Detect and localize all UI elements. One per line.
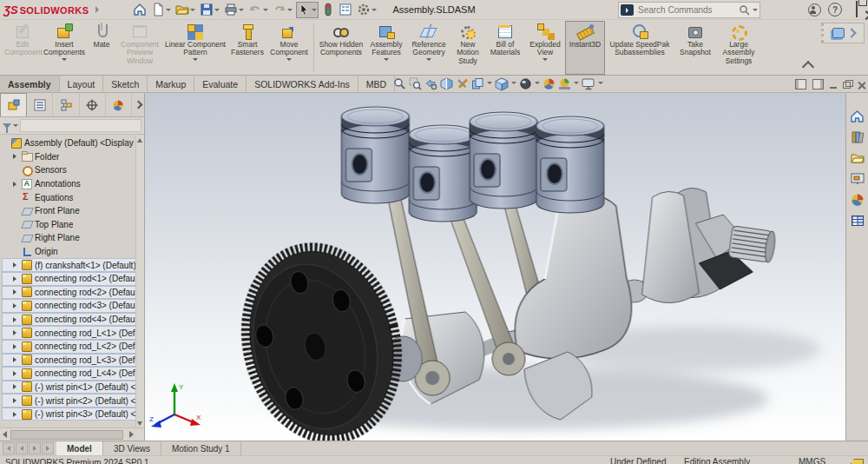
ribbon-tab[interactable]: Assembly [0,76,60,92]
ribbon-button-new-motion-study[interactable]: New Motion Study [450,21,485,75]
search-dropdown[interactable] [753,9,758,14]
search-flyout-icon[interactable] [621,4,634,16]
assembly-features-dropdown[interactable] [384,58,389,63]
tab-featuremanager[interactable] [0,93,27,116]
tree-item[interactable]: Assembly (Default) <Display State- [2,136,137,150]
print-dropdown[interactable] [239,9,244,14]
move-component-dropdown[interactable] [286,58,292,63]
expand-arrow-icon[interactable] [12,302,19,309]
tab-displaymanager[interactable] [106,93,132,116]
ribbon-tab[interactable]: SOLIDWORKS Add-Ins [247,76,358,92]
pane-right-icon[interactable] [812,79,824,89]
help-icon[interactable]: ? [828,3,842,17]
doc-close-button[interactable] [857,81,865,89]
study-tab[interactable]: Model [56,441,103,455]
study-tab[interactable]: 3D Views [103,441,161,455]
zoom-fit-icon[interactable] [393,77,406,90]
tree-item[interactable]: connecting rod<1> (Default) < [2,272,137,286]
options-dropdown[interactable] [372,9,377,14]
piston-2[interactable] [409,125,477,222]
expand-arrow-icon[interactable] [12,194,19,201]
expand-arrow-icon[interactable] [12,370,19,377]
undo-button[interactable] [247,2,269,17]
taskpane-view-palette-button[interactable] [848,169,866,188]
tab-dimxpertmanager[interactable] [80,93,106,116]
file-properties-button[interactable] [338,2,353,17]
tree-item[interactable]: (-) wrist pin<3> (Default) <<D [2,408,137,421]
reference-geometry-dropdown[interactable] [426,58,431,63]
featuremanager-more-tabs[interactable] [132,93,144,116]
doc-minimize-button[interactable] [830,87,837,89]
search-icon[interactable] [739,4,750,16]
annotations-dropdown[interactable] [487,82,492,87]
taskpane-custom-properties-button[interactable] [848,211,866,229]
expand-arrow-icon[interactable] [12,167,19,174]
taskpane-appearances-button[interactable] [848,190,866,209]
ribbon-mini-panel[interactable] [821,23,865,43]
expand-arrow-icon[interactable] [12,275,19,282]
expand-arrow-icon[interactable] [12,249,19,255]
filter-input[interactable] [20,119,141,132]
expand-arrow-icon[interactable] [12,288,19,295]
expand-arrow-icon[interactable] [12,411,19,418]
home-button[interactable] [132,2,148,17]
tree-item[interactable]: (-) wrist pin<2> (Default) <<D [2,394,137,408]
open-button[interactable] [174,2,196,17]
scroll-down-icon[interactable] [137,421,142,426]
tree-item[interactable]: Equations [2,190,137,204]
previous-view-icon[interactable] [424,77,437,90]
tree-item[interactable]: connecting rod_L<1> (Default [2,326,137,340]
open-dropdown[interactable] [190,9,195,14]
tree-item[interactable]: connecting rod<2> (Default) < [2,286,137,300]
linear-component-pattern-dropdown[interactable] [193,58,198,63]
save-dropdown[interactable] [214,9,220,14]
save-button[interactable] [199,2,220,17]
tree-item[interactable]: Folder [2,150,137,164]
measure-icon[interactable] [456,77,469,90]
ribbon-button-mate[interactable]: Mate [87,21,116,75]
options-button[interactable] [356,2,378,17]
tree-item[interactable]: (-) wrist pin<1> (Default) <<D [2,381,137,394]
scrollbar-thumb[interactable] [10,430,123,440]
search-commands-box[interactable] [618,2,760,18]
expand-arrow-icon[interactable] [12,383,19,390]
expand-arrow-icon[interactable] [12,316,19,323]
tree-item[interactable]: connecting rod_L<4> (Default [2,367,137,381]
rebuild-button[interactable] [321,2,335,17]
section-view-icon[interactable] [440,77,453,90]
tree-item[interactable]: connecting rod_L<2> (Default [2,340,137,354]
expand-arrow-icon[interactable] [12,343,19,350]
first-study-button[interactable] [3,442,15,454]
view-orientation-dropdown[interactable] [511,82,516,87]
select-tool-button[interactable] [296,2,319,18]
tree-vertical-scrollbar[interactable] [135,136,144,428]
graphics-viewport[interactable]: Y X Z [145,93,845,441]
print-button[interactable] [223,2,245,17]
expand-arrow-icon[interactable] [12,153,19,160]
ribbon-button-smart-fasteners[interactable]: Smart Fasteners [227,21,267,75]
ribbon-tab[interactable]: MBD [358,76,395,92]
ribbon-button-update-speedpak-subassemblies[interactable]: Update SpeedPak Subassemblies [605,21,674,75]
expand-arrow-icon[interactable] [12,262,19,268]
study-tab[interactable]: Motion Study 1 [161,441,241,455]
ribbon-button-component-preview-window[interactable]: Component Preview Window [116,21,163,75]
zoom-area-icon[interactable] [409,77,422,90]
last-study-button[interactable] [42,442,54,454]
restore-button[interactable] [856,2,858,17]
exploded-view-dropdown[interactable] [542,58,548,63]
expand-arrow-icon[interactable] [12,329,19,336]
menu-flyout-arrow[interactable] [95,6,102,13]
redo-dropdown[interactable] [287,9,293,14]
previous-study-button[interactable] [16,442,28,454]
filter-icon[interactable] [3,123,11,129]
expand-arrow-icon[interactable] [12,221,19,228]
ribbon-tab[interactable]: Layout [60,76,104,92]
view-settings-dropdown[interactable] [598,82,603,87]
display-style-dropdown[interactable] [535,82,540,87]
crankshaft-assembly-model[interactable] [145,93,845,441]
expand-arrow-icon[interactable] [2,140,9,147]
tree-item[interactable]: Top Plane [2,218,137,232]
apply-scene-dropdown[interactable] [574,82,579,87]
view-orientation-icon[interactable] [495,77,509,91]
ribbon-button-reference-geometry[interactable]: Reference Geometry [407,21,450,75]
